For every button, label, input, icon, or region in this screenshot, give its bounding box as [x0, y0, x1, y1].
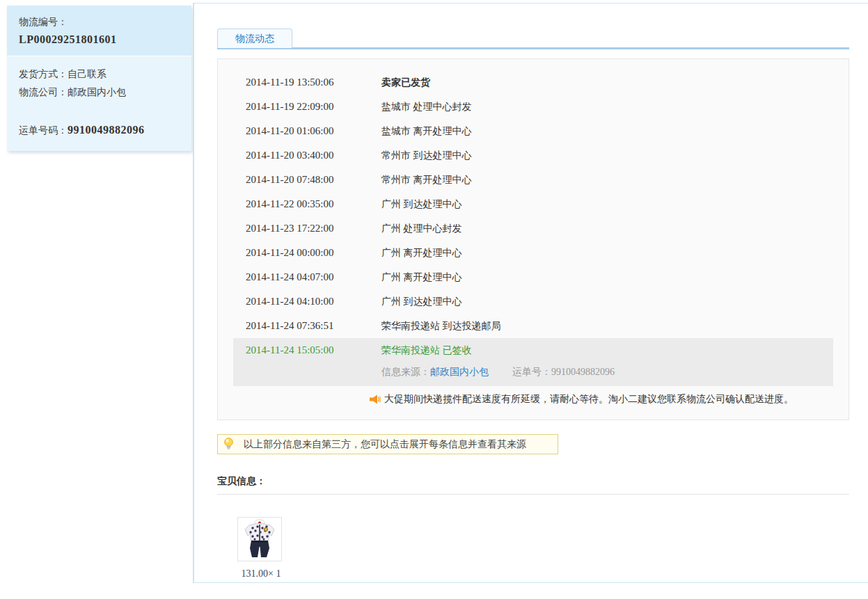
- tracking-event-row[interactable]: 2014-11-24 04:10:00广州 到达处理中心: [233, 289, 833, 314]
- tracking-event-row[interactable]: 2014-11-22 00:35:00广州 到达处理中心: [233, 192, 833, 216]
- waybill-label: 运单号：: [512, 367, 551, 377]
- event-message: 荣华南投递站 已签收: [381, 344, 833, 357]
- tab-bar: 物流动态: [217, 29, 849, 49]
- tracking-events: 2014-11-19 13:50:06卖家已发货2014-11-19 22:09…: [233, 70, 833, 338]
- tracking-panel: 2014-11-19 13:50:06卖家已发货2014-11-19 22:09…: [217, 58, 849, 420]
- product-item: 131.00× 1: [237, 517, 285, 580]
- shipping-method-value: 自己联系: [68, 69, 106, 79]
- source-label: 信息来源：: [381, 367, 430, 377]
- waybill-value: 9910049882096: [551, 367, 615, 377]
- product-section-heading: 宝贝信息：: [217, 475, 849, 488]
- logistics-no-label: 物流编号：: [19, 14, 180, 31]
- event-time: 2014-11-23 17:22:00: [233, 223, 381, 234]
- logistics-company-value: 邮政国内小包: [68, 87, 126, 97]
- event-message: 广州 离开处理中心: [381, 247, 833, 259]
- shipping-method-label: 发货方式：: [19, 69, 68, 79]
- event-message: 卖家已发货: [381, 77, 833, 89]
- logistics-no-value: LP00029251801601: [19, 31, 180, 49]
- tracking-event-row[interactable]: 2014-11-20 07:48:00常州市 离开处理中心: [233, 168, 833, 192]
- tracking-event-row[interactable]: 2014-11-23 17:22:00广州 处理中心封发: [233, 216, 833, 241]
- waybill-number-value: 9910049882096: [68, 124, 145, 136]
- shipping-info-section: 发货方式：自己联系 物流公司：邮政国内小包 运单号码：9910049882096: [7, 56, 191, 151]
- shipping-method-line: 发货方式：自己联系: [19, 65, 180, 83]
- logistics-company-link[interactable]: 邮政国内小包: [430, 367, 489, 377]
- event-time: 2014-11-24 15:05:00: [233, 344, 381, 356]
- event-time: 2014-11-20 07:48:00: [233, 174, 381, 186]
- tab-underline: [217, 47, 849, 49]
- tracking-latest-block: 2014-11-24 15:05:00荣华南投递站 已签收 信息来源：邮政国内小…: [233, 338, 833, 386]
- event-message: 广州 到达处理中心: [381, 198, 833, 211]
- tracking-event-row[interactable]: 2014-11-20 03:40:00常州市 到达处理中心: [233, 143, 833, 168]
- logistics-company-line: 物流公司：邮政国内小包: [19, 83, 180, 102]
- tracking-source-row: 信息来源：邮政国内小包运单号：9910049882096: [233, 362, 833, 382]
- waybill-number-line: 运单号码：9910049882096: [19, 121, 180, 140]
- tracking-event-row[interactable]: 2014-11-19 22:09:00盐城市 处理中心封发: [233, 95, 833, 119]
- product-price-qty: 131.00× 1: [237, 568, 285, 580]
- event-message: 广州 处理中心封发: [381, 223, 833, 235]
- delay-notice: 大促期间快递揽件配送速度有所延缓，请耐心等待。淘小二建议您联系物流公司确认配送进…: [233, 393, 833, 406]
- event-message: 常州市 到达处理中心: [381, 150, 833, 162]
- product-section-divider: [217, 494, 849, 495]
- event-time: 2014-11-24 04:07:00: [233, 271, 381, 283]
- logistics-number-section: 物流编号： LP00029251801601: [7, 6, 191, 56]
- bulb-icon: [223, 438, 234, 451]
- event-message: 盐城市 处理中心封发: [381, 101, 833, 113]
- third-party-tip-text: 以上部分信息来自第三方，您可以点击展开每条信息并查看其来源: [244, 438, 526, 451]
- third-party-tip: 以上部分信息来自第三方，您可以点击展开每条信息并查看其来源: [217, 434, 558, 454]
- logistics-detail-panel: 物流动态 2014-11-19 13:50:06卖家已发货2014-11-19 …: [193, 3, 868, 583]
- event-message: 荣华南投递站 到达投递邮局: [381, 320, 833, 333]
- event-message: 广州 离开处理中心: [381, 271, 833, 284]
- event-message: 盐城市 离开处理中心: [381, 125, 833, 138]
- event-time: 2014-11-19 22:09:00: [233, 101, 381, 113]
- tracking-event-row[interactable]: 2014-11-20 01:06:00盐城市 离开处理中心: [233, 119, 833, 143]
- logistics-summary-card: 物流编号： LP00029251801601 发货方式：自己联系 物流公司：邮政…: [7, 6, 191, 151]
- event-time: 2014-11-24 00:00:00: [233, 247, 381, 259]
- tracking-event-row[interactable]: 2014-11-24 04:07:00广州 离开处理中心: [233, 265, 833, 289]
- product-thumbnail[interactable]: [237, 517, 282, 561]
- tracking-event-row[interactable]: 2014-11-24 00:00:00广州 离开处理中心: [233, 241, 833, 265]
- event-time: 2014-11-20 01:06:00: [233, 125, 381, 137]
- event-time: 2014-11-24 07:36:51: [233, 320, 381, 332]
- tab-logistics-updates[interactable]: 物流动态: [217, 29, 292, 48]
- speaker-icon: [369, 394, 381, 405]
- logistics-company-label: 物流公司：: [19, 87, 68, 97]
- tracking-event-row[interactable]: 2014-11-24 15:05:00荣华南投递站 已签收: [233, 338, 833, 362]
- tracking-event-row[interactable]: 2014-11-19 13:50:06卖家已发货: [233, 70, 833, 95]
- outfit-image: [241, 519, 278, 559]
- tracking-event-row[interactable]: 2014-11-24 07:36:51荣华南投递站 到达投递邮局: [233, 314, 833, 338]
- waybill-number-label: 运单号码：: [19, 125, 68, 136]
- event-time: 2014-11-22 00:35:00: [233, 198, 381, 210]
- event-time: 2014-11-20 03:40:00: [233, 150, 381, 161]
- event-time: 2014-11-24 04:10:00: [233, 296, 381, 308]
- event-time: 2014-11-19 13:50:06: [233, 77, 381, 88]
- event-message: 常州市 离开处理中心: [381, 174, 833, 186]
- source-row-text: 信息来源：邮政国内小包运单号：9910049882096: [381, 366, 833, 378]
- delay-notice-text: 大促期间快递揽件配送速度有所延缓，请耐心等待。淘小二建议您联系物流公司确认配送进…: [384, 393, 794, 406]
- event-message: 广州 到达处理中心: [381, 296, 833, 308]
